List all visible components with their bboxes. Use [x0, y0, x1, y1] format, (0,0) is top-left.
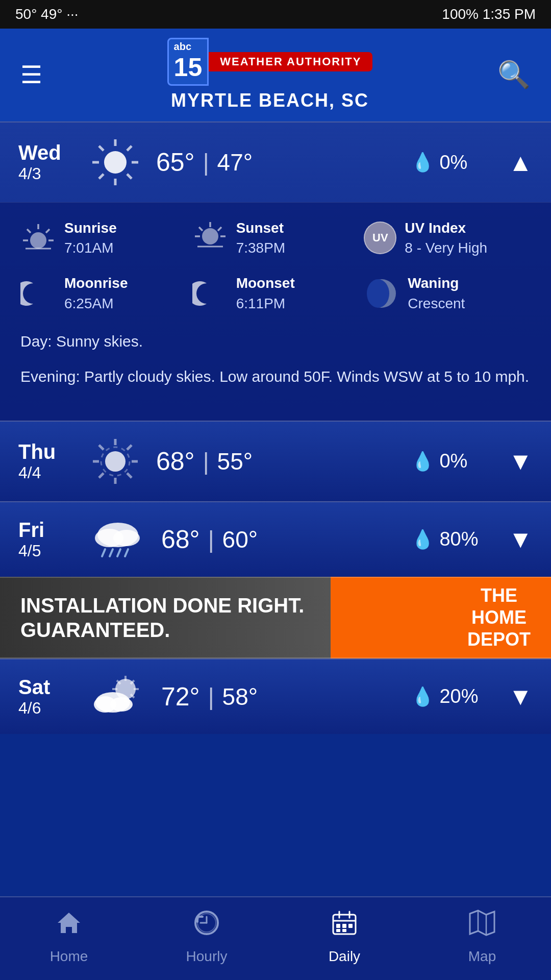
temps-sat: 72° | 58° [161, 682, 396, 712]
svg-line-6 [127, 174, 132, 179]
uv-text: UV Index 8 - Very High [405, 218, 487, 258]
svg-point-25 [105, 451, 126, 472]
home-icon [56, 910, 82, 942]
logo-area: abc 15 WEATHER AUTHORITY MYRTLE BEACH, S… [167, 38, 373, 111]
uv-circle: UV [364, 222, 396, 254]
status-bar: 50° 49° ··· 100% 1:35 PM [0, 0, 551, 29]
nav-map[interactable]: Map [413, 910, 551, 965]
nav-map-label: Map [468, 948, 496, 965]
moonset-icon [192, 276, 228, 311]
sun-icon-wed [90, 137, 141, 188]
ad-banner[interactable]: INSTALLATION DONE RIGHT. GUARANTEED. THE… [0, 577, 551, 658]
svg-rect-63 [336, 929, 340, 932]
drop-icon-wed: 💧 [411, 152, 434, 173]
part-cloud-icon-sat [90, 674, 146, 720]
nav-home[interactable]: Home [0, 910, 138, 965]
temp-high-thu: 68° [156, 447, 195, 476]
sunrise-item: Sunrise 7:01AM [20, 218, 187, 258]
day-date-fri: 4/5 [18, 542, 74, 560]
svg-marker-65 [470, 911, 494, 935]
svg-line-38 [102, 549, 105, 556]
svg-line-21 [218, 227, 221, 231]
solar-grid: Sunrise 7:01AM [20, 218, 531, 313]
map-icon [469, 910, 495, 942]
precip-value-wed: 0% [439, 152, 467, 174]
sunrise-icon [20, 220, 56, 256]
day-name-sat: Sat [18, 676, 74, 699]
weather-day-thu: Thu 4/4 68° | [0, 421, 551, 501]
nav-hourly[interactable]: Hourly [138, 910, 276, 965]
status-left: 50° 49° ··· [15, 6, 79, 22]
ad-logo: THE HOME DEPOT [467, 584, 531, 651]
temp-high-wed: 65° [156, 148, 195, 177]
day-name-fri: Fri [18, 519, 74, 542]
svg-rect-64 [342, 929, 346, 932]
day-header-fri[interactable]: Fri 4/5 68° | 60° 💧 [0, 502, 551, 577]
day-header-sat[interactable]: Sat 4/6 [0, 659, 551, 734]
nav-home-label: Home [50, 948, 88, 965]
svg-point-52 [110, 697, 133, 712]
search-button[interactable]: 🔍 [497, 59, 531, 90]
weather-day-wed: Wed 4/3 65° | 47° [0, 121, 551, 421]
bottom-nav: Home Hourly [0, 896, 551, 980]
ad-text: INSTALLATION DONE RIGHT. GUARANTEED. [20, 593, 304, 642]
precip-value-thu: 0% [439, 450, 467, 472]
status-info: 50° 49° ··· [15, 6, 79, 22]
temp-high-fri: 68° [161, 525, 200, 554]
svg-line-31 [127, 473, 132, 478]
svg-line-11 [27, 229, 31, 233]
night-forecast: Evening: Partly cloudy skies. Low around… [20, 365, 531, 388]
svg-rect-61 [342, 924, 346, 928]
temp-low-thu: 55° [217, 448, 253, 475]
logo-badge: abc 15 WEATHER AUTHORITY [167, 38, 373, 86]
svg-line-39 [110, 549, 113, 556]
logo-15-text: 15 [174, 53, 203, 82]
status-right: 100% 1:35 PM [442, 6, 536, 22]
weather-day-fri: Fri 4/5 68° | 60° 💧 [0, 501, 551, 577]
nav-daily[interactable]: Daily [276, 910, 413, 965]
day-header-wed[interactable]: Wed 4/3 65° | 47° [0, 122, 551, 202]
temps-fri: 68° | 60° [161, 525, 396, 554]
svg-line-7 [127, 146, 132, 151]
clock-back-icon [193, 910, 220, 942]
menu-button[interactable]: ☰ [20, 60, 42, 89]
day-name-wed: Wed [18, 141, 74, 164]
svg-marker-53 [58, 913, 80, 933]
precip-value-fri: 80% [439, 528, 478, 550]
drop-icon-sat: 💧 [411, 686, 434, 707]
svg-point-37 [113, 530, 140, 546]
day-detail-wed: Sunrise 7:01AM [0, 202, 551, 421]
svg-point-9 [30, 232, 46, 249]
svg-line-41 [125, 549, 128, 556]
moon-phase-icon [364, 276, 399, 311]
expand-icon-wed[interactable]: ▲ [508, 149, 533, 177]
svg-line-14 [46, 229, 49, 233]
expand-icon-fri[interactable]: ▼ [508, 525, 533, 553]
expand-icon-thu[interactable]: ▼ [508, 447, 533, 475]
precip-value-sat: 20% [439, 685, 478, 707]
precip-wed: 💧 0% [411, 152, 493, 174]
svg-line-5 [99, 146, 104, 151]
calendar-icon [331, 910, 358, 942]
day-label-wed: Wed 4/3 [18, 141, 74, 183]
temp-low-sat: 58° [222, 683, 258, 710]
expand-icon-sat[interactable]: ▼ [508, 682, 533, 710]
sunset-item: Sunset 7:38PM [192, 218, 359, 258]
day-header-thu[interactable]: Thu 4/4 68° | [0, 422, 551, 501]
temps-wed: 65° | 47° [156, 148, 396, 177]
day-label-fri: Fri 4/5 [18, 519, 74, 560]
day-date-sat: 4/6 [18, 699, 74, 718]
nav-daily-label: Daily [329, 948, 360, 965]
temp-high-sat: 72° [161, 682, 200, 712]
rain-icon-fri [90, 517, 146, 562]
top-nav: ☰ abc 15 WEATHER AUTHORITY MYRTLE BEACH,… [0, 29, 551, 121]
weather-day-sat: Sat 4/6 [0, 658, 551, 734]
temps-thu: 68° | 55° [156, 447, 396, 476]
svg-line-33 [99, 473, 104, 478]
moonrise-item: Moonrise 6:25AM [20, 273, 187, 313]
svg-line-40 [117, 549, 120, 556]
svg-point-16 [202, 228, 218, 244]
day-label-thu: Thu 4/4 [18, 440, 74, 482]
moonrise-text: Moonrise 6:25AM [64, 273, 128, 313]
day-name-thu: Thu [18, 440, 74, 463]
